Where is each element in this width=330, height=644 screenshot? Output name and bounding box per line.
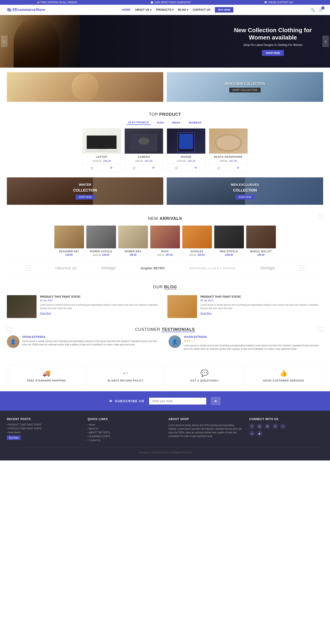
arrival-name-bags: BAGS — [150, 250, 180, 253]
services-section: 🚚 FREE STANDARD SHIPPING ↩ 30 DAYS RETUR… — [0, 360, 330, 391]
service-label-questions: GOT A QUESTIONS? — [170, 379, 239, 382]
feature-banners: MEN'S NEW COLLECTION SHOP COLLECTION — [0, 68, 330, 106]
social-pinterest[interactable]: p — [257, 424, 262, 429]
search-icon[interactable]: 🔍 — [310, 8, 315, 12]
social-linkedin[interactable]: li — [272, 424, 278, 429]
nav-blog[interactable]: BLOG ▾ — [178, 8, 188, 12]
hero-prev-button[interactable]: ‹ — [1, 36, 8, 47]
list-item[interactable]: About Us — [88, 427, 162, 430]
footer-recent-posts-list: PRODUCT THAT FIGHT STATIC PRODUCT THAT F… — [7, 424, 81, 434]
list-item[interactable]: ABOUT THE TESTS — [88, 431, 162, 434]
list-item[interactable]: Home — [88, 424, 162, 426]
hero-next-button[interactable]: › — [322, 36, 329, 47]
new-arrivals-section: NEW ARRIVALS › DESIGNER HAT £30.99 WOMEN… — [0, 210, 330, 262]
blog-read-more-1[interactable]: Read More — [40, 312, 51, 314]
footer-quick-links-list: Home About Us ABOUT THE TESTS CLEANING F… — [88, 424, 162, 442]
view-headphone[interactable]: 👁 — [228, 164, 248, 172]
social-instagram[interactable]: in — [265, 424, 270, 429]
shipping-icon: 🚚 — [37, 1, 40, 4]
nav-contact[interactable]: CONTACT US — [193, 8, 210, 12]
subscribe-button[interactable]: ➤ — [211, 397, 220, 405]
brands-prev-button[interactable]: ‹ — [26, 266, 30, 271]
subscribe-input[interactable] — [149, 398, 206, 404]
cart-icon[interactable]: 🛒 0 — [318, 8, 323, 12]
testimonial-quote-icon-1: " — [12, 349, 14, 356]
brand-branding[interactable]: BRANDING CLASSIC DESIGN — [189, 267, 236, 270]
service-customer: 👍 GOOD CUSTOMER SERVICES — [245, 364, 322, 387]
winter-collection-banner: WINTER COLLECTION SHOP NOW — [7, 178, 163, 205]
testimonials-section: CUSTOMER TESTIMONIALS ‹ › 👤 " VIVIAN EST… — [0, 322, 330, 360]
winter-shop-now-button[interactable]: SHOP NOW — [76, 195, 94, 200]
add-to-cart-camera[interactable]: 🛒 — [125, 164, 144, 172]
men-ex-shop-now-button[interactable]: SHOP NOW — [236, 195, 254, 200]
arrival-price-wallet: £80.00 — [246, 254, 276, 256]
hero-woman-image — [0, 15, 80, 68]
list-item[interactable]: Contact Us — [88, 439, 162, 442]
blog-text-2: Lorem ipsum is simply dummy text of prin… — [200, 303, 324, 310]
product-image-iphone — [167, 128, 205, 154]
product-image-laptop — [82, 128, 121, 154]
arrivals-next-button[interactable]: › — [318, 214, 323, 219]
cart-badge: 0 — [321, 6, 324, 10]
brands-next-button[interactable]: › — [300, 266, 304, 271]
nav-home[interactable]: HOME — [122, 8, 130, 12]
view-camera[interactable]: 👁 — [144, 164, 163, 172]
tab-mens[interactable]: MENS — [170, 120, 182, 125]
add-to-cart-laptop[interactable]: 🛒 — [82, 164, 102, 172]
topbar-shipping: 🚚 FREE SHIPPING ON ALL ORDERS — [37, 1, 77, 4]
hero-title: New Collection Clothing for Women availa… — [223, 27, 323, 41]
social-twitter[interactable]: t — [280, 424, 286, 429]
tab-electronics[interactable]: ELECTRONICS — [126, 120, 151, 125]
testimonials-prev-button[interactable]: ‹ — [7, 327, 12, 332]
brands-section: ‹ CREATIVE US Vintage Graphic RETRO BRAN… — [7, 262, 323, 274]
product-image-headphone — [209, 128, 248, 154]
blog-title-1: PRODUCT THAT FIGHT STATIC — [40, 295, 163, 298]
testimonials-next-button[interactable]: › — [318, 327, 323, 332]
service-questions: 💬 GOT A QUESTIONS? — [166, 364, 243, 387]
winter-banner-title: WINTER — [73, 183, 97, 186]
blog-title: OUR BLOG — [7, 279, 323, 290]
brand-creative[interactable]: CREATIVE US — [55, 266, 76, 270]
logo: 🛍 EEcommerceStore — [7, 7, 45, 12]
arrival-card-googles: GOOGLES £80.00 £25.00 — [182, 226, 212, 256]
footer-buy-now-button[interactable]: Buy Now — [7, 436, 20, 440]
social-vimeo[interactable]: v — [249, 431, 255, 436]
new-arrivals-title: NEW ARRIVALS — [148, 210, 182, 222]
list-item[interactable]: PRODUCT THAT FIGHT STATIC — [7, 427, 81, 430]
add-to-cart-iphone[interactable]: 🛒 — [167, 164, 186, 172]
arrival-name-women-bag: WOMEN BAG — [118, 250, 148, 253]
buy-now-button[interactable]: BUY NOW — [215, 7, 234, 12]
footer-grid: RECENT POSTS PRODUCT THAT FIGHT STATIC P… — [7, 418, 323, 443]
brand-vintage2[interactable]: Vintage — [260, 266, 275, 270]
view-laptop[interactable]: 👁 — [102, 164, 121, 172]
product-card-laptop: LAPTOP £125.00 £90.00 🛒 👁 — [82, 128, 121, 172]
testimonial-stars-2: ★★★☆☆ — [184, 340, 324, 342]
list-item[interactable]: PRODUCT THAT FIGHT STATIC — [7, 424, 81, 426]
testimonial-avatar-1: 👤 — [7, 335, 20, 348]
brand-graphic[interactable]: Graphic RETRO — [140, 266, 165, 270]
blog-content-1: PRODUCT THAT FIGHT STATIC 04 Jan 2019 Lo… — [40, 295, 163, 318]
list-item[interactable]: Hello World — [7, 431, 81, 434]
men-banner: MEN'S NEW COLLECTION SHOP COLLECTION — [167, 72, 323, 102]
arrival-price-women-goggle: £100.00 £94.00 — [86, 254, 116, 256]
tab-kids[interactable]: KIDS — [155, 120, 166, 125]
brand-vintage1[interactable]: Vintage — [101, 266, 116, 270]
nav-products[interactable]: PRODUCTS ▾ — [156, 8, 174, 12]
testimonial-card-1: 👤 " VIVIAN ESTRADA Lorem ipsum is simply… — [7, 335, 162, 356]
hero-shop-now-button[interactable]: SHOP NOW — [262, 50, 284, 56]
nav-about[interactable]: ABOUT US ▾ — [135, 8, 152, 12]
tab-womens[interactable]: WOMENS — [187, 120, 204, 125]
list-item[interactable]: CLEANING FLOATS — [88, 435, 162, 438]
winter-banner-sub: COLLECTION — [73, 188, 97, 192]
service-return: ↩ 30 DAYS RETURN POLICY — [87, 364, 164, 387]
social-youtube[interactable]: ▶ — [257, 431, 262, 436]
view-iphone[interactable]: 👁 — [186, 164, 206, 172]
arrival-price-men-goggle: £300.00 — [214, 254, 244, 256]
product-price-camera: £89.00 £87.00 — [125, 159, 163, 164]
testimonial-content-1: VIVIAN ESTRADA Lorem ipsum is simply dum… — [22, 335, 162, 356]
blog-read-more-2[interactable]: Read More — [200, 312, 212, 314]
social-facebook[interactable]: f — [249, 424, 255, 429]
men-shop-collection-button[interactable]: SHOP COLLECTION — [229, 88, 261, 92]
collection-banners: WINTER COLLECTION SHOP NOW MEN EXCLUSIVE… — [0, 178, 330, 210]
add-to-cart-headphone[interactable]: 🛒 — [209, 164, 228, 172]
